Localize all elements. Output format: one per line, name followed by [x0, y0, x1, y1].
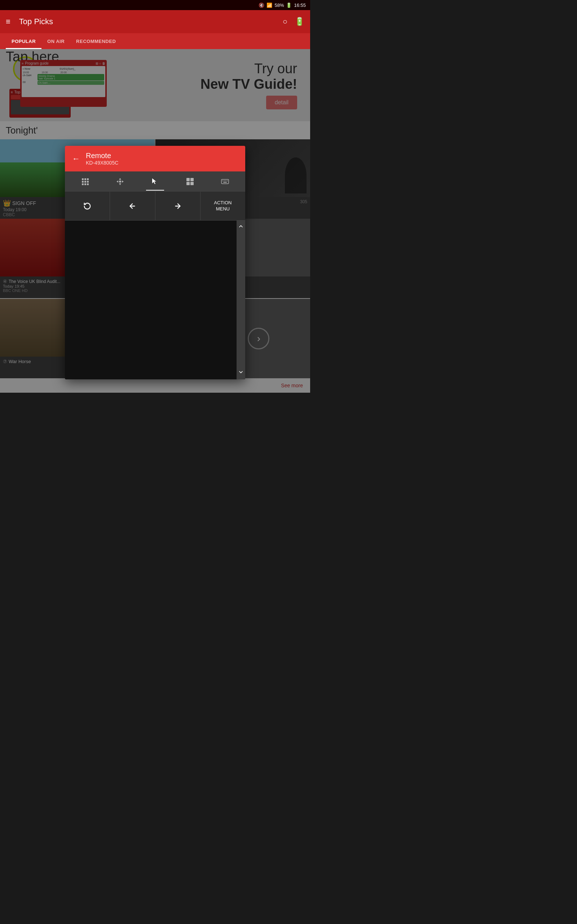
scroll-down-button[interactable] — [237, 368, 245, 378]
remote-browser — [65, 221, 245, 380]
tab-bar: POPULAR ON AIR RECOMMENDED — [0, 33, 310, 49]
menu-icon[interactable]: ≡ — [6, 17, 10, 26]
svg-marker-10 — [119, 183, 121, 185]
remote-subtitle: KD-49X8005C — [86, 160, 238, 166]
svg-rect-15 — [187, 178, 190, 181]
svg-rect-17 — [187, 182, 190, 185]
remote-back-button[interactable]: ← — [72, 154, 80, 163]
back-navigate-button[interactable] — [110, 192, 155, 220]
svg-rect-2 — [87, 178, 89, 180]
svg-rect-19 — [221, 179, 229, 184]
remote-tab-keyboard[interactable] — [216, 173, 234, 191]
remote-title: Remote — [86, 152, 238, 160]
wifi-icon: 📶 — [266, 3, 272, 8]
svg-rect-24 — [223, 182, 227, 183]
tab-popular[interactable]: POPULAR — [6, 33, 42, 49]
svg-rect-23 — [227, 181, 227, 181]
svg-rect-4 — [84, 181, 86, 183]
svg-rect-0 — [82, 178, 84, 180]
svg-rect-8 — [87, 183, 89, 185]
remote-tab-multiview[interactable] — [181, 173, 199, 191]
svg-marker-12 — [122, 181, 124, 183]
status-bar: 🔇 📶 58% 🔋 16:55 — [0, 0, 310, 10]
header-icons: ○ 🔋 — [283, 17, 305, 26]
svg-point-13 — [119, 181, 121, 183]
svg-rect-7 — [84, 183, 86, 185]
browser-content-area[interactable] — [65, 221, 237, 380]
battery-header-icon: 🔋 — [295, 17, 305, 26]
remote-controls: ACTION MENU — [65, 192, 245, 221]
remote-tab-cursor[interactable] — [146, 173, 164, 191]
mute-icon: 🔇 — [259, 3, 264, 8]
svg-rect-1 — [84, 178, 86, 180]
svg-rect-20 — [222, 181, 223, 181]
main-content: 📋 ↗ Tap here ≡ Top Picks — [0, 49, 310, 393]
browser-scrollbar — [237, 221, 245, 380]
svg-rect-6 — [82, 183, 84, 185]
tab-recommended[interactable]: RECOMMENDED — [70, 33, 121, 49]
battery-icon: 🔋 — [286, 3, 292, 8]
remote-title-group: Remote KD-49X8005C — [86, 152, 238, 166]
svg-rect-22 — [226, 181, 226, 181]
svg-rect-5 — [87, 181, 89, 183]
remote-header: ← Remote KD-49X8005C — [65, 146, 245, 171]
tab-on-air[interactable]: ON AIR — [42, 33, 70, 49]
remote-tabs — [65, 171, 245, 192]
remote-tab-numpad[interactable] — [76, 173, 94, 191]
battery-percent: 58% — [274, 3, 284, 8]
svg-rect-21 — [224, 181, 225, 181]
search-icon[interactable]: ○ — [283, 17, 287, 26]
svg-marker-9 — [119, 178, 121, 180]
app-title: Top Picks — [19, 17, 274, 26]
svg-marker-14 — [152, 178, 156, 184]
svg-rect-3 — [82, 181, 84, 183]
svg-rect-18 — [190, 182, 193, 185]
refresh-button[interactable] — [65, 192, 110, 220]
remote-panel: ← Remote KD-49X8005C — [65, 146, 245, 380]
scroll-up-button[interactable] — [237, 222, 245, 232]
svg-marker-11 — [116, 181, 118, 183]
action-menu-label: ACTION MENU — [214, 200, 232, 212]
forward-navigate-button[interactable] — [155, 192, 200, 220]
app-header: ≡ Top Picks ○ 🔋 — [0, 10, 310, 33]
clock: 16:55 — [294, 3, 306, 8]
svg-rect-16 — [190, 178, 193, 181]
action-menu-button[interactable]: ACTION MENU — [200, 192, 245, 220]
remote-tab-dpad[interactable] — [111, 173, 129, 191]
